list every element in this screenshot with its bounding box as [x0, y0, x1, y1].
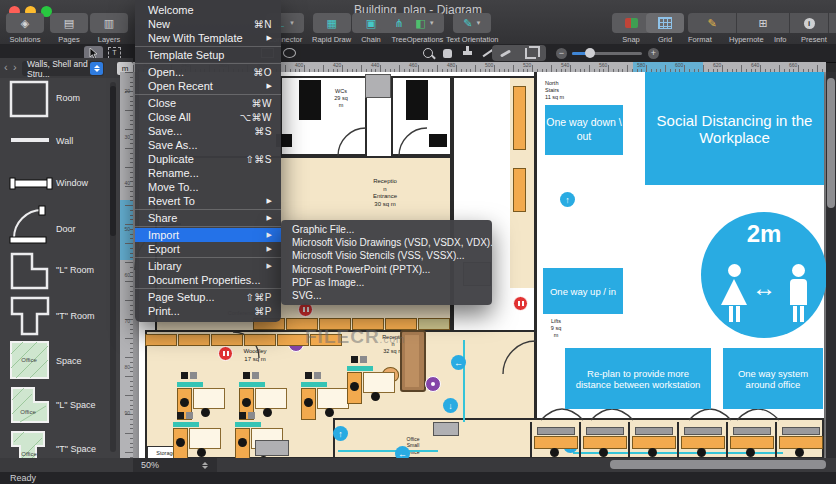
- menu-item-close-all[interactable]: Close All⌥⌘W: [135, 110, 281, 124]
- menu-item-library[interactable]: Library▶: [135, 259, 281, 273]
- chain-icon: ▣: [366, 17, 376, 30]
- sign-one-way-down[interactable]: One way down \ out: [545, 105, 623, 155]
- toolbar-label: Snap: [622, 35, 640, 44]
- submenu-item-powerpoint[interactable]: Microsoft PowerPoint (PPTX)...: [281, 263, 492, 276]
- snap-icon: [625, 18, 638, 28]
- sign-social-distancing[interactable]: Social Distancing in the Workplace: [645, 72, 824, 185]
- l-space-shape-icon: Office: [8, 384, 52, 426]
- library-next-button[interactable]: ›: [13, 61, 17, 73]
- menu-item-new[interactable]: New⌘N: [135, 17, 281, 31]
- ruler-tick: [608, 65, 609, 72]
- workstation-cubicle: [677, 422, 726, 458]
- toolbar-label: Grid: [658, 35, 672, 44]
- menu-item-new-with-template[interactable]: New With Template▶: [135, 31, 281, 45]
- shape-item-label: "T" Space: [56, 444, 96, 454]
- ruler-tick: [125, 452, 133, 453]
- toolbar-button-hypernote[interactable]: ⊞: [737, 13, 790, 33]
- toolbar-button-snap[interactable]: Snap: [612, 13, 650, 44]
- menu-item-print[interactable]: Print...⌘P: [135, 304, 281, 318]
- toolbar-button-operations[interactable]: ◧▼ Operations: [406, 13, 444, 44]
- sign-one-way-system[interactable]: One way system around office: [723, 348, 823, 409]
- submenu-arrow-icon: ▶: [267, 34, 272, 42]
- toolbar-button-info[interactable]: i: [790, 13, 829, 33]
- desk-cluster: [173, 426, 225, 458]
- status-bar: Ready: [0, 472, 836, 484]
- stamp-tool[interactable]: [458, 46, 477, 60]
- submenu-item-visio-stencils[interactable]: Microsoft Visio Stencils (VSS, VSSX)...: [281, 249, 492, 262]
- ruler-tick-label: 20: [124, 88, 130, 94]
- titlebar: Building_plan - Diagram ◈ Solutions ▤ Pa…: [0, 0, 836, 45]
- menu-item-revert-to[interactable]: Revert To▶: [135, 194, 281, 208]
- direction-marker-blue: ↓: [443, 398, 458, 413]
- menu-item-save-as[interactable]: Save As...: [135, 138, 281, 152]
- menu-item-open[interactable]: Open...⌘O: [135, 65, 281, 79]
- menu-item-welcome[interactable]: Welcome: [135, 3, 281, 17]
- toolbar-button-format[interactable]: ✎: [688, 13, 737, 33]
- format-painter-tool[interactable]: [496, 46, 515, 60]
- menu-item-open-recent[interactable]: Open Recent▶: [135, 79, 281, 93]
- zoom-tool[interactable]: [418, 46, 437, 60]
- door-shape-icon: [8, 204, 52, 246]
- zoom-slider-thumb[interactable]: [585, 48, 595, 58]
- toolbar-label: Format: [688, 35, 729, 44]
- floor-plan-shaft: [365, 74, 391, 98]
- ruler-tick: [125, 281, 133, 282]
- conference-cabinet: [145, 334, 177, 346]
- toolbar-button-layers[interactable]: ▥ Layers: [90, 13, 128, 44]
- menu-item-duplicate[interactable]: Duplicate⇧⌘S: [135, 152, 281, 166]
- sign-2m-distance[interactable]: 2m ↔: [701, 212, 826, 338]
- svg-text:Office: Office: [21, 357, 37, 363]
- menu-item-import[interactable]: Import▶: [135, 228, 281, 242]
- menu-separator: [135, 94, 281, 95]
- menu-item-move-to[interactable]: Move To...: [135, 180, 281, 194]
- hand-icon: [443, 49, 452, 58]
- ruler-tick-label: 60: [124, 272, 130, 278]
- submenu-item-svg[interactable]: SVG...: [281, 289, 492, 302]
- horizontal-scrollbar-thumb[interactable]: [610, 460, 826, 469]
- zoom-out-button[interactable]: −: [556, 48, 567, 59]
- ruler-tick-label: 640: [751, 62, 759, 68]
- submenu-item-pdf-as-image[interactable]: PDF as Image...: [281, 276, 492, 289]
- toolbar-button-pages[interactable]: ▤ Pages: [50, 13, 88, 44]
- menu-item-rename[interactable]: Rename...: [135, 166, 281, 180]
- conference-cabinet: [178, 334, 210, 346]
- sign-replan[interactable]: Re-plan to provide more distance between…: [565, 348, 711, 409]
- ruler-tick: [380, 65, 381, 72]
- conference-cabinet: [244, 334, 276, 346]
- watermark-tld: .com: [380, 334, 406, 345]
- sidebar-scrollbar-thumb[interactable]: [110, 86, 116, 236]
- toolbar-button-grid[interactable]: Grid: [646, 13, 684, 44]
- menu-item-share[interactable]: Share▶: [135, 211, 281, 225]
- ellipse-tool[interactable]: [280, 46, 299, 60]
- zoom-level-stepper[interactable]: [200, 460, 209, 470]
- ruler-tick: [779, 65, 780, 72]
- sign-one-way-up: One way up / in: [543, 268, 623, 314]
- submenu-item-graphic-file[interactable]: Graphic File...: [281, 223, 492, 236]
- vertical-scrollbar-thumb[interactable]: [827, 78, 835, 208]
- ruler-tick-label: 80: [124, 364, 130, 370]
- toolbar-button-rapid-draw[interactable]: ▦ Rapid Draw: [312, 13, 351, 44]
- ruler-tick: [125, 300, 133, 301]
- zoom-in-button[interactable]: +: [648, 48, 659, 59]
- toolbar-button-text-orientation[interactable]: ✎▼ Text Orientation: [446, 13, 499, 44]
- workstation-cubicle: [579, 422, 628, 458]
- menu-item-save[interactable]: Save...⌘S: [135, 124, 281, 138]
- library-prev-button[interactable]: ‹: [4, 61, 8, 73]
- menu-item-template-setup[interactable]: Template Setup: [135, 48, 281, 62]
- direction-marker-blue: ←: [451, 355, 466, 370]
- menu-item-page-setup[interactable]: Page Setup...⇧⌘P: [135, 290, 281, 304]
- pan-tool[interactable]: [438, 46, 457, 60]
- menu-item-close[interactable]: Close⌘W: [135, 96, 281, 110]
- ruler-tick: [125, 205, 133, 206]
- menu-item-export[interactable]: Export▶: [135, 242, 281, 256]
- menu-item-document-properties[interactable]: Document Properties...: [135, 273, 281, 287]
- toolbar-button-present[interactable]: ▶: [829, 13, 836, 33]
- toolbar-button-solutions[interactable]: ◈ Solutions: [6, 13, 44, 44]
- ruler-tick: [646, 65, 647, 72]
- space-shape-icon: Office: [8, 340, 52, 382]
- service-block: [255, 440, 289, 456]
- crop-tool[interactable]: [521, 46, 540, 60]
- library-dropdown-stepper[interactable]: [90, 62, 103, 75]
- menu-separator: [135, 46, 281, 47]
- submenu-item-visio-drawings[interactable]: Microsoft Visio Drawings (VSD, VSDX, VDX…: [281, 236, 492, 249]
